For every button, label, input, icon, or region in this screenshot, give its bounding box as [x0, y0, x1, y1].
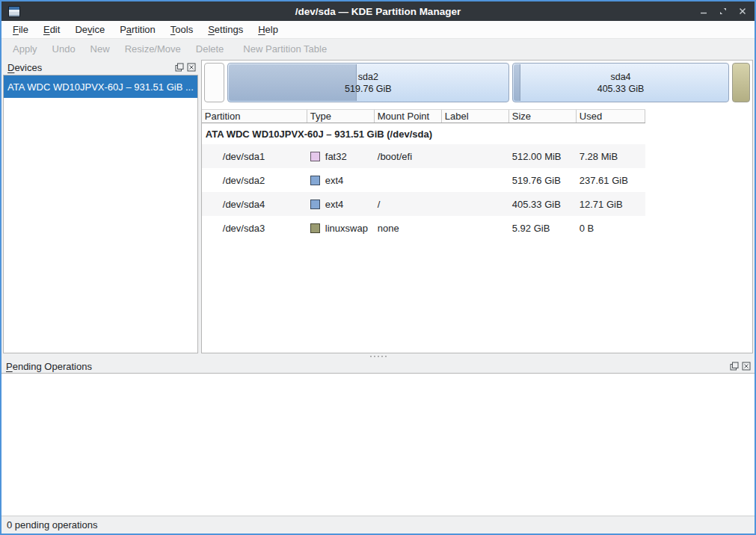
used: 12.71 GiB — [577, 199, 645, 210]
new-partition-table-button[interactable]: New Partition Table — [236, 43, 334, 55]
size: 405.33 GiB — [509, 199, 577, 210]
main-area: Devices ATA WDC WD10JPVX-60J – 931.51 Gi… — [1, 58, 755, 353]
undo-button[interactable]: Undo — [45, 43, 83, 55]
devices-panel-title: Devices — [7, 62, 175, 73]
menu-file[interactable]: File — [5, 24, 36, 35]
column-header-used[interactable]: Used — [577, 110, 645, 123]
column-header-partition[interactable]: Partition — [202, 110, 307, 123]
used-space-fill — [514, 64, 520, 101]
pending-operations-header: Pending Operations — [1, 359, 755, 373]
mount-point: none — [375, 223, 442, 234]
segment-size: 519.76 GiB — [345, 83, 392, 95]
fs-color-swatch — [310, 200, 320, 209]
partition-name: /dev/sda4 — [202, 199, 307, 210]
partition-bar-segment-sda4[interactable]: sda4405.33 GiB — [512, 63, 729, 102]
used: 237.61 GiB — [577, 175, 645, 186]
menu-tools[interactable]: Tools — [163, 24, 200, 35]
titlebar: /dev/sda — KDE Partition Manager — [1, 1, 755, 21]
maximize-button[interactable] — [718, 6, 728, 16]
menu-help[interactable]: Help — [251, 24, 286, 35]
app-icon — [8, 6, 20, 17]
size: 5.92 GiB — [509, 223, 577, 234]
device-group-row[interactable]: ATA WDC WD10JPVX-60J – 931.51 GiB (/dev/… — [202, 123, 645, 144]
menubar: File Edit Device Partition Tools Setting… — [1, 21, 755, 39]
pending-operations-title: Pending Operations — [6, 361, 729, 372]
horizontal-splitter[interactable] — [1, 353, 755, 359]
devices-close-button[interactable] — [187, 63, 197, 72]
window-title: /dev/sda — KDE Partition Manager — [1, 6, 755, 17]
minimize-button[interactable] — [698, 6, 709, 16]
menu-settings[interactable]: Settings — [200, 24, 251, 35]
partition-bar-segment-sda1[interactable] — [204, 63, 224, 102]
devices-panel: Devices ATA WDC WD10JPVX-60J – 931.51 Gi… — [3, 60, 198, 353]
partition-bar: sda2519.76 GiB sda4405.33 GiB — [204, 63, 750, 102]
menu-partition[interactable]: Partition — [112, 24, 163, 35]
apply-button[interactable]: Apply — [5, 43, 45, 55]
pending-operations-count: 0 pending operations — [7, 519, 97, 531]
fs-type: ext4 — [325, 175, 344, 186]
table-row[interactable]: /dev/sda1 fat32 /boot/efi 512.00 MiB 7.2… — [202, 144, 645, 168]
delete-button[interactable]: Delete — [188, 43, 232, 55]
partition-bar-segment-sda3[interactable] — [732, 63, 750, 102]
fs-color-swatch — [310, 223, 320, 233]
mount-point: / — [375, 199, 442, 210]
app-window: /dev/sda — KDE Partition Manager File Ed… — [0, 0, 756, 535]
table-row[interactable]: /dev/sda2 ext4 519.76 GiB 237.61 GiB — [202, 168, 645, 192]
table-header: Partition Type Mount Point Label Size Us… — [202, 109, 645, 123]
segment-size: 405.33 GiB — [597, 83, 645, 95]
fs-color-swatch — [310, 176, 320, 185]
column-header-label[interactable]: Label — [442, 110, 509, 123]
segment-label: sda2 — [345, 71, 392, 83]
size: 519.76 GiB — [509, 175, 577, 186]
statusbar: 0 pending operations — [1, 516, 755, 534]
pending-float-button[interactable] — [729, 362, 739, 371]
partition-name: /dev/sda3 — [202, 223, 307, 234]
menu-edit[interactable]: Edit — [36, 24, 67, 35]
used: 0 B — [577, 223, 645, 234]
partition-name: /dev/sda1 — [202, 151, 307, 162]
mount-point: /boot/efi — [375, 151, 442, 162]
column-header-type[interactable]: Type — [307, 110, 375, 123]
column-header-mount-point[interactable]: Mount Point — [375, 110, 442, 123]
resize-move-button[interactable]: Resize/Move — [117, 43, 188, 55]
used: 7.28 MiB — [577, 151, 645, 162]
fs-type: fat32 — [325, 151, 347, 162]
fs-color-swatch — [310, 152, 320, 161]
segment-label: sda4 — [597, 71, 645, 83]
devices-float-button[interactable] — [175, 63, 185, 72]
fs-type: linuxswap — [325, 223, 368, 234]
devices-list: ATA WDC WD10JPVX-60J – 931.51 GiB ... — [3, 75, 198, 353]
window-controls — [698, 6, 748, 16]
partition-panel: sda2519.76 GiB sda4405.33 GiB Partition … — [201, 60, 753, 353]
table-row[interactable]: /dev/sda4 ext4 / 405.33 GiB 12.71 GiB — [202, 192, 645, 216]
partition-bar-segment-sda2[interactable]: sda2519.76 GiB — [227, 63, 509, 102]
new-button[interactable]: New — [83, 43, 117, 55]
partition-table: Partition Type Mount Point Label Size Us… — [202, 109, 645, 240]
toolbar: Apply Undo New Resize/Move Delete New Pa… — [1, 39, 755, 58]
used-space-fill — [229, 64, 357, 101]
devices-panel-header: Devices — [3, 60, 198, 75]
fs-type: ext4 — [325, 199, 344, 210]
menu-device[interactable]: Device — [67, 24, 112, 35]
close-button[interactable] — [737, 6, 748, 16]
partition-name: /dev/sda2 — [202, 175, 307, 186]
size: 512.00 MiB — [509, 151, 577, 162]
column-header-size[interactable]: Size — [509, 110, 577, 123]
device-list-item[interactable]: ATA WDC WD10JPVX-60J – 931.51 GiB ... — [4, 75, 197, 98]
pending-operations-list — [1, 373, 755, 516]
table-row[interactable]: /dev/sda3 linuxswap none 5.92 GiB 0 B — [202, 216, 645, 240]
pending-close-button[interactable] — [741, 362, 751, 371]
